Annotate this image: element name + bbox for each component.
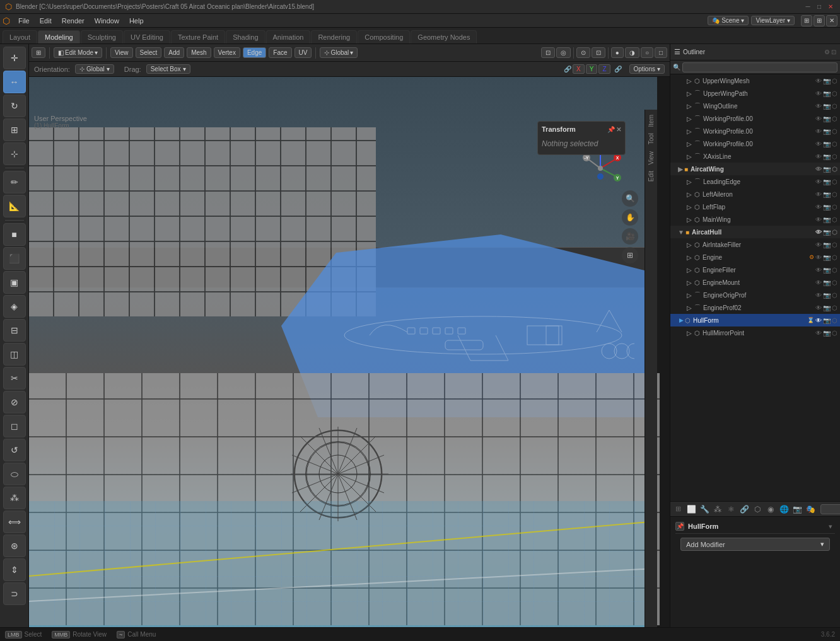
transform-selector[interactable]: ⊹ Global ▾: [320, 47, 358, 58]
wireframe-shading[interactable]: □: [655, 47, 667, 58]
scale-tool[interactable]: ⊞: [3, 118, 26, 141]
tab-texture-paint[interactable]: Texture Paint: [171, 30, 225, 43]
viewport-uv-btn[interactable]: UV: [295, 47, 312, 58]
tab-compositing[interactable]: Compositing: [358, 30, 410, 43]
viewport-view-btn[interactable]: View: [110, 47, 133, 58]
new-workspace-icon[interactable]: ⊞: [814, 15, 825, 26]
loop-cut-tool[interactable]: ⊟: [3, 319, 26, 342]
eye-icon[interactable]: 👁: [815, 304, 822, 311]
extrude-tool[interactable]: ⬛: [3, 247, 26, 270]
render-icon[interactable]: ⬡: [832, 292, 837, 299]
render-icon[interactable]: ⬡: [832, 115, 837, 122]
cam-icon[interactable]: 📷: [823, 279, 831, 286]
cam-icon[interactable]: 📷: [823, 204, 831, 211]
cam-icon[interactable]: 📷: [823, 141, 831, 147]
cam-icon[interactable]: 📷: [823, 304, 831, 311]
offset-edge-tool[interactable]: ◫: [3, 343, 26, 366]
render-icon[interactable]: ⬡: [832, 191, 837, 198]
item-tab[interactable]: Item: [648, 112, 655, 129]
scene-prop-icon[interactable]: 🎭: [804, 503, 817, 516]
transform-tool[interactable]: ⊹: [3, 142, 26, 165]
measure-tool[interactable]: 📐: [3, 195, 26, 217]
active-object-pin[interactable]: 📌: [675, 522, 684, 531]
tab-animation[interactable]: Animation: [266, 30, 311, 43]
cam-icon[interactable]: 📷: [823, 103, 831, 110]
z-axis-btn[interactable]: Z: [598, 64, 610, 74]
outliner-search-input[interactable]: [682, 62, 837, 72]
eye-icon[interactable]: 👁: [815, 229, 822, 236]
outliner-item-hullform[interactable]: ▶ ⬡ HullForm ⌛ 👁 📷 ⬡: [670, 314, 840, 326]
tab-shading[interactable]: Shading: [226, 30, 265, 43]
bisect-tool[interactable]: ⊘: [3, 391, 26, 413]
render-icon[interactable]: ⬡: [832, 279, 837, 286]
outliner-item-xaxisline[interactable]: ▷ ⌒ XAxisLine 👁 📷 ⬡: [670, 150, 840, 163]
object-prop-icon[interactable]: ⬜: [685, 503, 697, 516]
minimize-button[interactable]: ─: [803, 3, 812, 11]
render-icon[interactable]: ⬡: [832, 90, 837, 97]
cam-icon[interactable]: 📷: [823, 330, 831, 337]
cam-icon[interactable]: 📷: [823, 241, 831, 248]
editor-type-icon[interactable]: ⊞: [801, 15, 812, 26]
viewport-mesh-btn[interactable]: Mesh: [187, 47, 211, 58]
active-object-expand[interactable]: ▾: [826, 522, 835, 531]
particle-prop-icon[interactable]: ⁂: [711, 503, 724, 516]
tab-geometry-nodes[interactable]: Geometry Nodes: [411, 30, 477, 43]
randomize-tool[interactable]: ⁂: [3, 487, 26, 509]
zoom-icon[interactable]: 🔍: [622, 190, 638, 207]
cam-icon[interactable]: 📷: [823, 166, 831, 173]
grid-icon[interactable]: ⊞: [622, 247, 638, 263]
material-shading[interactable]: ◑: [625, 47, 639, 58]
world-icon[interactable]: 🌐: [778, 503, 790, 516]
material-icon[interactable]: ◉: [764, 503, 777, 516]
transform-panel-pin[interactable]: 📌: [607, 126, 615, 133]
cam-icon[interactable]: 📷: [823, 178, 831, 185]
outliner-item-enginefiller[interactable]: ▷ ⬡ EngineFiller 👁 📷 ⬡: [670, 263, 840, 276]
xray-btn[interactable]: ⊡: [592, 47, 605, 58]
eye-icon[interactable]: 👁: [815, 178, 822, 185]
outliner-item-leadingedge[interactable]: ▷ ⌒ LeadingEdge 👁 📷 ⬡: [670, 175, 840, 188]
tab-modeling[interactable]: Modeling: [38, 30, 80, 43]
view-tab[interactable]: View: [648, 149, 655, 168]
tab-layout[interactable]: Layout: [3, 30, 37, 43]
eye-icon[interactable]: 👁: [815, 317, 822, 324]
outliner-item-workingprofile2[interactable]: ▷ ⌒ WorkingProfile.00 👁 📷 ⬡: [670, 125, 840, 137]
eye-icon[interactable]: 👁: [815, 254, 822, 261]
scene-selector[interactable]: 🎭 Scene ▾: [708, 16, 749, 25]
edge-slide-tool[interactable]: ⟺: [3, 511, 26, 533]
eye-icon[interactable]: 👁: [815, 267, 822, 274]
tab-uv-editing[interactable]: UV Editing: [124, 30, 170, 43]
cam-icon[interactable]: 📷: [823, 317, 831, 324]
render-icon[interactable]: ⬡: [832, 241, 837, 248]
edit-tab[interactable]: Edit: [648, 168, 655, 184]
menu-edit[interactable]: Edit: [35, 16, 56, 26]
close-button[interactable]: ✕: [826, 3, 835, 11]
cam-icon[interactable]: 📷: [823, 292, 831, 299]
render-icon[interactable]: ⬡: [832, 229, 837, 236]
outliner-item-wingoutline[interactable]: ▷ ⌒ WingOutline 👁 📷 ⬡: [670, 100, 840, 112]
cam-icon[interactable]: 📷: [823, 191, 831, 198]
outliner-item-workingprofile1[interactable]: ▷ ⌒ WorkingProfile.00 👁 📷 ⬡: [670, 112, 840, 125]
cam-icon[interactable]: 📷: [823, 216, 831, 223]
x-axis-btn[interactable]: X: [573, 64, 585, 74]
overlays-btn[interactable]: ⊙: [576, 47, 590, 58]
render-icon[interactable]: ⬡: [832, 103, 837, 110]
outliner-item-aircathull[interactable]: ▼ ■ AircatHull 👁 📷 ⬡: [670, 226, 840, 238]
eye-icon[interactable]: 👁: [815, 204, 822, 211]
mode-selector[interactable]: ◧ Edit Mode ▾: [54, 47, 102, 58]
cam-icon[interactable]: 📷: [823, 254, 831, 261]
tab-sculpting[interactable]: Sculpting: [81, 30, 123, 43]
push-pull-tool[interactable]: ⇕: [3, 558, 26, 581]
move-tool[interactable]: ↔: [3, 71, 26, 93]
render-prop-icon[interactable]: 📷: [791, 503, 803, 516]
render-icon[interactable]: ⬡: [832, 304, 837, 311]
eye-icon[interactable]: 👁: [815, 153, 822, 160]
spin-tool[interactable]: ↺: [3, 439, 26, 461]
outliner-item-mainwing[interactable]: ▷ ⬡ MainWing 👁 📷 ⬡: [670, 213, 840, 226]
viewport-face-btn[interactable]: Face: [269, 47, 291, 58]
outliner-item-hullmirrorpoint[interactable]: ▷ ⬡ HullMirrorPoint 👁 📷 ⬡: [670, 326, 840, 339]
orientation-selector[interactable]: ⊹ Global ▾: [75, 64, 114, 74]
y-axis-btn[interactable]: Y: [586, 64, 598, 74]
properties-search[interactable]: [820, 504, 840, 514]
menu-render[interactable]: Render: [57, 16, 89, 26]
snap-btn[interactable]: ⊡: [541, 47, 555, 58]
